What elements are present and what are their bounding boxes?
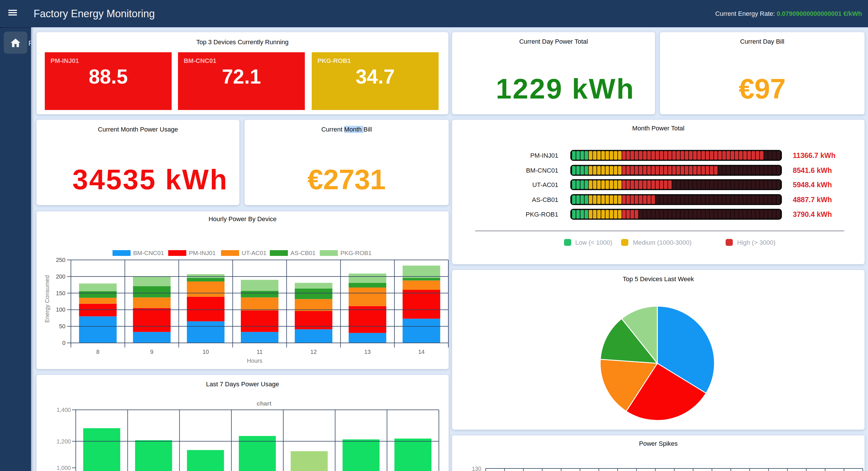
svg-text:8541.6 kWh: 8541.6 kWh	[793, 166, 832, 174]
svg-text:Medium (1000-3000): Medium (1000-3000)	[633, 239, 691, 246]
svg-text:BM-CNC01: BM-CNC01	[526, 167, 558, 174]
svg-text:8: 8	[96, 349, 99, 355]
svg-text:1,000: 1,000	[57, 465, 71, 471]
svg-text:12: 12	[310, 349, 317, 355]
svg-text:14: 14	[418, 349, 425, 355]
svg-text:4887.7 kWh: 4887.7 kWh	[793, 196, 832, 204]
svg-text:PM-INJ01: PM-INJ01	[530, 152, 558, 159]
svg-text:0: 0	[62, 340, 65, 346]
svg-text:250: 250	[56, 257, 65, 263]
svg-text:Hours: Hours	[247, 358, 262, 364]
svg-text:AS-CB01: AS-CB01	[532, 196, 558, 203]
svg-text:50: 50	[59, 323, 65, 329]
svg-text:200: 200	[56, 273, 65, 280]
svg-text:High (> 3000): High (> 3000)	[737, 239, 776, 246]
svg-text:130: 130	[472, 466, 482, 471]
svg-text:PKG-ROB1: PKG-ROB1	[526, 211, 558, 218]
svg-text:11: 11	[257, 349, 262, 355]
svg-text:100: 100	[56, 306, 65, 313]
svg-text:5948.4 kWh: 5948.4 kWh	[793, 181, 832, 189]
svg-text:1,400: 1,400	[57, 407, 71, 413]
svg-text:11366.7 kWh: 11366.7 kWh	[793, 151, 836, 159]
svg-text:9: 9	[150, 349, 153, 355]
svg-text:3790.4 kWh: 3790.4 kWh	[793, 210, 832, 218]
svg-text:150: 150	[56, 290, 65, 296]
svg-text:13: 13	[364, 349, 371, 355]
svg-text:Low (< 1000): Low (< 1000)	[575, 239, 612, 246]
svg-text:UT-AC01: UT-AC01	[532, 181, 558, 188]
svg-text:Energy Consumed: Energy Consumed	[44, 275, 50, 323]
svg-text:1,200: 1,200	[57, 438, 71, 445]
svg-text:10: 10	[203, 349, 209, 355]
